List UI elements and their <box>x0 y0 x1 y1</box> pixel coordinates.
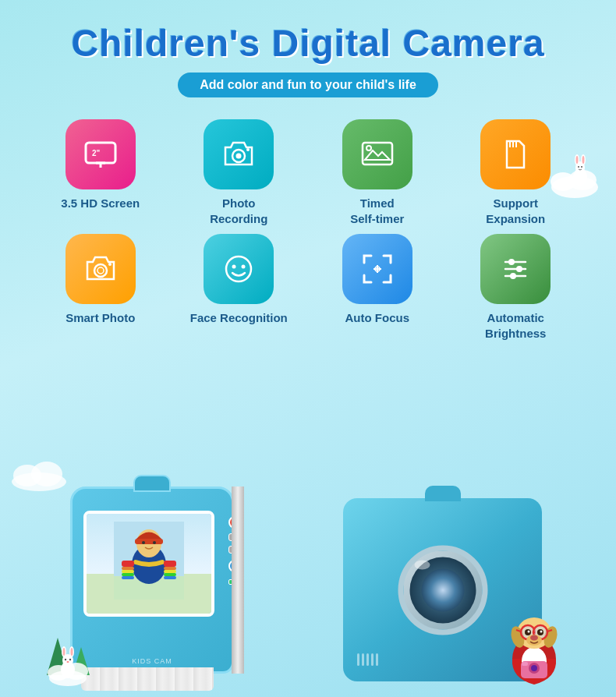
svg-rect-50 <box>122 576 134 579</box>
smart-photo-icon-box <box>65 234 136 304</box>
camera-speaker-grille <box>357 653 378 666</box>
svg-point-82 <box>528 631 530 633</box>
svg-point-27 <box>232 265 236 269</box>
timed-selftimer-icon-box <box>342 119 412 189</box>
svg-point-8 <box>582 156 585 164</box>
camera-right-viewfinder <box>425 486 461 501</box>
hd-screen-icon-box: 2" <box>65 119 136 189</box>
svg-point-69 <box>67 661 69 663</box>
lens-highlight <box>414 560 430 569</box>
svg-rect-89 <box>522 662 528 666</box>
support-expansion-icon <box>496 135 535 174</box>
auto-focus-icon <box>358 249 397 288</box>
svg-point-67 <box>65 659 66 660</box>
svg-point-26 <box>226 257 251 281</box>
support-expansion-icon-box <box>480 119 551 189</box>
camera-brand-text: KIDS CAM <box>132 657 172 665</box>
svg-point-36 <box>516 266 522 272</box>
feature-auto-brightness: AutomaticBrightness <box>447 234 586 341</box>
camera-left-illustration: KIDS CAM <box>47 467 343 697</box>
svg-point-24 <box>97 267 104 274</box>
svg-point-35 <box>508 259 515 265</box>
feature-face-recognition: Face Recognition <box>170 234 309 341</box>
rabbit-top-right-decoration <box>547 152 602 202</box>
smart-photo-icon <box>81 249 120 288</box>
svg-point-25 <box>108 263 112 266</box>
svg-point-85 <box>530 635 538 641</box>
title-section: Children's Digital Camera Add color and … <box>0 0 616 97</box>
svg-point-17 <box>246 148 250 151</box>
auto-focus-label: Auto Focus <box>345 310 410 326</box>
feature-timed-selftimer: TimedSelf-timer <box>308 119 447 226</box>
svg-point-10 <box>581 166 582 168</box>
svg-point-23 <box>94 264 107 277</box>
svg-rect-48 <box>122 570 134 573</box>
smart-photo-label: Smart Photo <box>65 310 135 326</box>
feature-smart-photo: Smart Photo <box>31 234 170 334</box>
photo-recording-icon <box>219 135 258 174</box>
camera-lens-area <box>398 545 487 635</box>
auto-brightness-label: AutomaticBrightness <box>485 310 546 341</box>
svg-point-28 <box>242 265 246 269</box>
svg-rect-46 <box>122 561 134 567</box>
svg-point-19 <box>366 146 371 150</box>
camera-screen-display <box>83 511 214 617</box>
svg-rect-55 <box>164 576 176 579</box>
photo-recording-label: PhotoRecording <box>210 196 267 226</box>
camera-lens-outer <box>398 545 487 635</box>
camera-left-body: KIDS CAM <box>70 486 234 674</box>
svg-point-37 <box>510 273 516 279</box>
svg-rect-47 <box>122 567 134 570</box>
screen-photo-kid <box>114 522 184 603</box>
svg-point-68 <box>69 659 71 660</box>
face-recognition-icon <box>219 249 258 288</box>
svg-rect-53 <box>164 570 176 573</box>
auto-brightness-icon-box <box>480 234 551 304</box>
photo-recording-icon-box <box>204 119 274 189</box>
feature-hd-screen: 2" 3.5 HD Screen <box>31 119 170 226</box>
svg-point-83 <box>540 631 543 633</box>
face-recognition-label: Face Recognition <box>190 310 288 326</box>
svg-point-65 <box>63 648 65 656</box>
svg-point-7 <box>576 156 579 164</box>
timed-selftimer-icon <box>358 135 397 174</box>
subtitle-badge: Add color and fun to your child's life <box>178 73 438 97</box>
timed-selftimer-label: TimedSelf-timer <box>350 196 404 226</box>
hd-screen-label: 3.5 HD Screen <box>61 196 140 211</box>
camera-lens-inner <box>421 568 464 611</box>
feature-auto-focus: Auto Focus <box>308 234 447 341</box>
cloud-bottom-left-decoration <box>8 452 70 494</box>
svg-point-57 <box>153 541 156 544</box>
svg-rect-54 <box>164 573 176 576</box>
svg-rect-11 <box>86 143 115 163</box>
svg-point-40 <box>31 462 62 486</box>
rabbit-bottom-left-decoration <box>47 643 90 689</box>
camera-viewfinder-bump <box>133 475 171 492</box>
svg-rect-52 <box>164 567 176 570</box>
auto-focus-icon-box <box>342 234 412 304</box>
camera-silver-band <box>232 486 244 674</box>
camera-paper-strip <box>81 667 214 691</box>
svg-point-88 <box>531 665 537 671</box>
features-grid: 2" 3.5 HD Screen PhotoRecording Time <box>0 97 616 341</box>
page-title: Children's Digital Camera <box>0 22 616 65</box>
camera-section: KIDS CAM <box>0 455 616 697</box>
face-recognition-icon-box <box>204 234 274 304</box>
dog-decoration <box>499 600 569 689</box>
support-expansion-label: SupportExpansion <box>486 196 545 226</box>
svg-rect-51 <box>164 561 176 567</box>
camera-right-illustration <box>343 490 569 697</box>
hd-screen-icon: 2" <box>81 135 120 174</box>
auto-brightness-icon <box>496 249 535 288</box>
svg-point-9 <box>578 166 579 168</box>
svg-point-16 <box>236 154 242 159</box>
svg-rect-45 <box>135 539 163 544</box>
feature-photo-recording: PhotoRecording <box>170 119 309 226</box>
svg-rect-49 <box>122 573 134 576</box>
svg-point-66 <box>71 648 73 656</box>
svg-text:2": 2" <box>92 149 101 157</box>
svg-point-56 <box>142 541 145 544</box>
